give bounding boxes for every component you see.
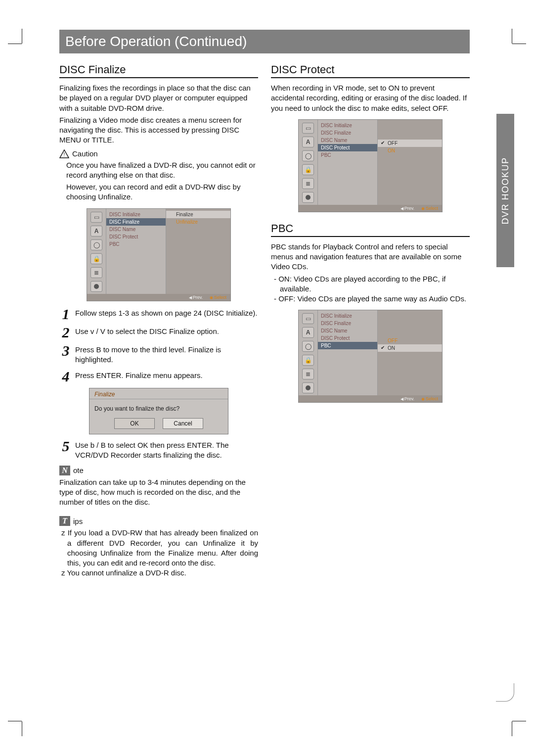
left-column: DISC Finalize Finalizing fixes the recor… [59, 60, 258, 580]
osd-item[interactable]: DISC Initialize [318, 312, 377, 320]
osd-option[interactable]: OFF [378, 337, 442, 344]
side-tab: DVR HOOKUP [496, 114, 514, 267]
list-icon: ≣ [302, 369, 314, 379]
osd-option[interactable]: ON [378, 147, 442, 154]
osd-item[interactable]: DISC Name [106, 226, 166, 233]
letter-a-icon: A [302, 137, 314, 147]
step-number: 3 [59, 344, 72, 365]
cancel-button[interactable]: Cancel [163, 418, 203, 429]
section-title-disc-finalize: DISC Finalize [59, 63, 258, 78]
osd-disc-finalize: ▭ A ◯ 🔒 ≣ DISC Initialize DISC Finalize … [87, 208, 231, 301]
section-title-disc-protect: DISC Protect [271, 63, 470, 78]
osd-item[interactable]: DISC Protect [106, 233, 166, 240]
note-text: Finalization can take up to 3-4 minutes … [59, 477, 258, 508]
osd-select-label: Select [421, 206, 438, 211]
step-text: Press B to move to the third level. Fina… [75, 344, 258, 365]
pbc-opt-on: ON: Video CDs are played according to th… [271, 274, 470, 294]
tip-icon: T [59, 516, 70, 526]
caution-label: Caution [72, 149, 98, 158]
side-tab-label: DVR HOOKUP [500, 157, 511, 224]
osd-select-label: Select [210, 295, 226, 300]
osd-item[interactable]: PBC [318, 151, 377, 159]
dialog-title: Finalize [89, 388, 228, 399]
letter-a-icon: A [90, 226, 102, 236]
disc-icon: ◯ [302, 341, 314, 352]
step-text: Use b / B to select OK then press ENTER.… [75, 439, 258, 461]
ok-button[interactable]: OK [114, 418, 155, 429]
tip-item: You cannot unfinalize a DVD-R disc. [59, 568, 258, 578]
step-number: 1 [59, 307, 72, 321]
step-number: 5 [59, 439, 72, 461]
osd-select-label: Select [421, 396, 438, 401]
osd-item[interactable]: DISC Finalize [318, 320, 377, 327]
step-text: Press ENTER. Finalize menu appears. [75, 370, 258, 383]
list-icon: ≣ [302, 178, 314, 189]
list-icon: ≣ [90, 267, 102, 278]
note-label: ote [73, 466, 84, 474]
caution-text-2: However, you can record and edit a DVD-R… [66, 182, 258, 202]
lock-icon: 🔒 [302, 355, 314, 366]
tips-label: ips [73, 517, 83, 525]
note-icon: N [59, 466, 70, 475]
section-title-pbc: PBC [271, 222, 470, 237]
osd-item[interactable]: PBC [106, 240, 166, 248]
letter-a-icon: A [302, 327, 314, 338]
osd-item-selected[interactable]: DISC Protect [318, 144, 377, 151]
osd-option[interactable]: Finalize [166, 211, 230, 218]
disc-icon: ◯ [302, 150, 314, 161]
osd-item[interactable]: DISC Initialize [106, 211, 166, 218]
step-number: 4 [59, 370, 72, 383]
finalize-intro-2: Finalizing a Video mode disc creates a m… [59, 115, 258, 145]
disc-dark-icon [302, 382, 314, 393]
osd-item-selected[interactable]: PBC [318, 342, 377, 349]
tv-icon: ▭ [302, 123, 314, 134]
osd-item[interactable]: DISC Protect [318, 334, 377, 342]
tip-item: If you load a DVD-RW that has already be… [59, 528, 258, 568]
step-number: 2 [59, 326, 72, 339]
right-column: DISC Protect When recording in VR mode, … [271, 60, 470, 580]
tv-icon: ▭ [90, 212, 102, 223]
tv-icon: ▭ [302, 313, 314, 324]
osd-option-checked[interactable]: ON [378, 344, 442, 352]
finalize-dialog: Finalize Do you want to finalize the dis… [89, 388, 228, 434]
disc-dark-icon [302, 192, 314, 203]
osd-disc-protect: ▭ A ◯ 🔒 ≣ DISC Initialize DISC Finalize … [298, 119, 443, 212]
osd-option[interactable]: Unfinalize [166, 218, 230, 226]
osd-item[interactable]: DISC Name [318, 137, 377, 144]
disc-icon: ◯ [90, 239, 102, 250]
osd-prev-label: Prev. [189, 295, 203, 300]
dialog-body: Do you want to finalize the disc? [89, 399, 228, 415]
page-curl-icon [496, 683, 514, 702]
osd-prev-label: Prev. [400, 396, 414, 401]
osd-option-checked[interactable]: OFF [378, 140, 442, 147]
osd-item[interactable]: DISC Initialize [318, 122, 377, 129]
page-banner: Before Operation (Continued) [59, 30, 470, 53]
osd-item-selected[interactable]: DISC Finalize [106, 218, 166, 226]
lock-icon: 🔒 [302, 164, 314, 175]
step-text: Follow steps 1-3 as shown on page 24 (DI… [75, 307, 258, 321]
osd-pbc: ▭ A ◯ 🔒 ≣ DISC Initialize DISC Finalize … [298, 310, 443, 403]
caution-icon: ! [59, 149, 69, 158]
protect-text: When recording in VR mode, set to ON to … [271, 83, 470, 113]
lock-icon: 🔒 [90, 253, 102, 264]
pbc-opt-off: OFF: Video CDs are played the same way a… [271, 294, 470, 304]
finalize-intro-1: Finalizing fixes the recordings in place… [59, 83, 258, 113]
pbc-text: PBC stands for Playback Control and refe… [271, 242, 470, 272]
step-text: Use v / V to select the DISC Finalize op… [75, 326, 258, 339]
osd-prev-label: Prev. [400, 206, 414, 211]
osd-item[interactable]: DISC Name [318, 327, 377, 334]
svg-text:!: ! [64, 152, 65, 157]
disc-dark-icon [90, 281, 102, 292]
osd-item[interactable]: DISC Finalize [318, 129, 377, 137]
caution-text-1: Once you have finalized a DVD-R disc, yo… [66, 160, 258, 181]
